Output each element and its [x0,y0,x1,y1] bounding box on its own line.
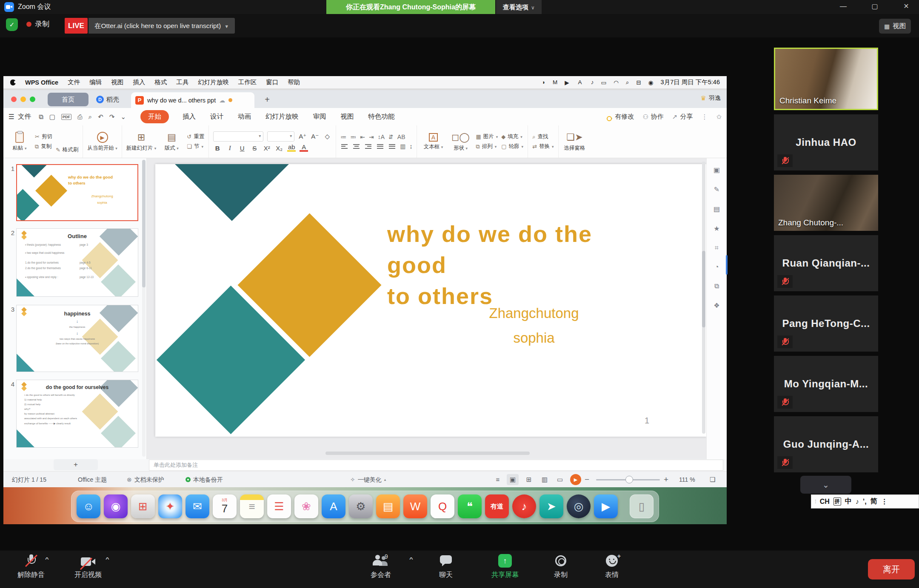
para-spacing-button[interactable]: ↨ [409,143,412,150]
transfer-dock-icon[interactable]: ➤ [539,494,563,518]
siri-dock-icon[interactable]: ◉ [104,494,128,518]
ime-simplified[interactable]: 简 [870,497,877,506]
minimize-button[interactable]: — [833,0,853,13]
more-commands-icon[interactable]: ⌄ [120,113,126,121]
font-size-select[interactable] [267,131,294,142]
app-store-dock-icon[interactable]: A [322,494,345,518]
tab-home[interactable]: 首页 [48,93,88,106]
wifi-icon[interactable]: ◠ [614,79,619,86]
text-direction-button[interactable]: ⇵ [388,134,394,140]
font-name-select[interactable] [213,131,263,142]
zoom-slider-knob[interactable] [625,476,633,483]
design-tools-icon[interactable]: ✎ [714,185,719,193]
settings-dock-icon[interactable]: ⚙ [349,494,373,518]
participant-tile[interactable]: Ruan Qianqian-... Ruan Qianqian-... [774,235,878,291]
trash-dock-icon[interactable]: ▯ [630,494,654,518]
char-width-button[interactable]: AB [397,134,405,140]
menubar-item[interactable]: 格式 [154,78,167,86]
notes-dock-icon[interactable]: ≡ [240,494,264,518]
participants-button[interactable]: 9 参会者 [360,554,402,579]
print-preview-icon[interactable]: ⌕ [88,113,92,121]
menubar-item[interactable]: 视图 [111,78,123,86]
picture-button[interactable]: ▦图片 ▾ [476,133,498,140]
undo-icon[interactable]: ↶ [98,113,103,121]
leave-meeting-button[interactable]: 离开 [868,559,915,579]
current-slide[interactable]: why do we do the goodto others Zhangchut… [155,164,706,437]
open-file-icon[interactable]: ⧉ [39,113,43,121]
slide-authors[interactable]: Zhangchutongsophia [462,301,606,350]
notes-input[interactable]: 单击此处添加备注 [149,460,723,471]
reactions-button[interactable]: + 表情 [595,554,629,579]
paste-button[interactable]: 粘贴 ▾ [8,128,31,156]
notes-toggle-icon[interactable]: ≡ [492,474,504,485]
books-dock-icon[interactable]: ▤ [376,494,400,518]
participant-tile[interactable]: Guo Junqing-A... Guo Junqing-A... [774,416,878,472]
menubar-item[interactable]: 窗口 [266,78,278,86]
ribbon-tab[interactable]: 审阅 [312,110,327,123]
participant-tile[interactable]: Mo Yingqian-M... Mo Yingqian-M... [774,356,878,412]
thumbnail-scrollbar[interactable] [142,160,146,457]
participants-chevron[interactable]: ^ [409,557,413,562]
add-slide-button[interactable]: + [54,459,98,470]
input-source-icon[interactable]: A [577,79,584,86]
new-file-icon[interactable]: ▢ [49,113,55,121]
video-options-chevron[interactable]: ^ [106,557,109,562]
m-security-status-icon[interactable]: M [553,79,557,85]
chat-button[interactable]: 聊天 [428,554,464,579]
ime-drag-handle[interactable]: ⁞ [815,498,816,505]
wechat-dock-icon[interactable]: ❝ [458,494,482,518]
mac-close-icon[interactable] [11,97,17,102]
ribbon-tab[interactable]: 视图 [340,110,354,123]
layout-button[interactable]: ▤版式 ▾ [160,128,183,156]
youdao-dock-icon[interactable]: 有道 [485,494,509,518]
find-button[interactable]: ⌕查找 [532,133,554,140]
menubar-item[interactable]: 工具 [176,78,188,86]
strikethrough-button[interactable]: S [250,145,259,152]
participant-tile[interactable]: Christian Keime Christian Keime [774,48,878,110]
underline-button[interactable]: U [238,145,246,152]
ime-language[interactable]: CH [820,498,830,506]
photos-dock-icon[interactable]: ❀ [294,494,318,518]
decrease-font-button[interactable]: A⁻ [311,133,319,140]
ribbon-tab[interactable]: 幻灯片放映 [265,110,300,123]
volume-icon[interactable]: ♪ [591,79,594,85]
play-from-current-button[interactable]: ▶从当前开始 ▾ [87,128,117,156]
history-panel-icon[interactable]: ◔ [715,263,719,271]
share-screen-button[interactable]: ↑ 共享屏幕 [480,554,530,579]
safari-dock-icon[interactable]: ✦ [158,494,182,518]
apple-menu-icon[interactable] [10,80,16,85]
ribbon-tab[interactable]: 特色功能 [367,110,395,123]
zoom-out-button[interactable]: − [585,472,589,488]
indent-button[interactable]: ⇥ [369,134,374,140]
steam-dock-icon[interactable]: ◎ [567,494,591,518]
netease-music-dock-icon[interactable]: ♪ [512,494,536,518]
record-button[interactable]: 录制 [544,554,578,579]
view-options-button[interactable]: 查看选项∨ [496,0,542,14]
cut-button[interactable]: ✂剪切 [35,133,52,140]
font-color-button[interactable]: A [300,144,308,152]
facetime-dock-icon[interactable]: ▶ [594,494,618,518]
subscript-button[interactable]: X₂ [275,145,283,152]
live-transcript-button[interactable]: 在Otter.ai (click here to open live trans… [88,18,235,34]
clear-format-button[interactable]: ◇ [323,133,331,140]
outdent-button[interactable]: ⇤ [360,134,365,140]
mail-dock-icon[interactable]: ✉ [186,494,209,518]
menubar-item[interactable]: 幻灯片放映 [198,78,229,86]
reminders-dock-icon[interactable]: ☰ [267,494,291,518]
justify-button[interactable] [376,143,384,150]
shapes-button[interactable]: ◻◯形状 ▾ [448,128,472,156]
menubar-item[interactable]: 文件 [68,78,80,86]
slide-thumbnail-1[interactable]: why do we do the goodto others Zhangchut… [16,164,138,221]
ribbon-tab[interactable]: 插入 [182,110,197,123]
ribbon-tab[interactable]: 动画 [237,110,252,123]
ribbon-tab[interactable]: 设计 [209,110,224,123]
wps-dock-icon[interactable]: W [403,494,427,518]
ime-more[interactable]: ⋮ [881,497,888,506]
slide-thumbnail-2[interactable]: Outline • thesis (purpose): happinesspag… [16,228,138,297]
sync-status-button[interactable]: ☁有修改 [606,113,634,121]
slide-thumbnail-3[interactable]: happiness ↓ the happiness ↓ two ways tha… [16,305,138,372]
maximize-button[interactable]: ▢ [865,0,885,13]
canvas-vscrollbar[interactable] [702,162,705,434]
slide-title[interactable]: why do we do the goodto others [387,219,625,312]
highlight-color-button[interactable]: ab [287,144,296,152]
